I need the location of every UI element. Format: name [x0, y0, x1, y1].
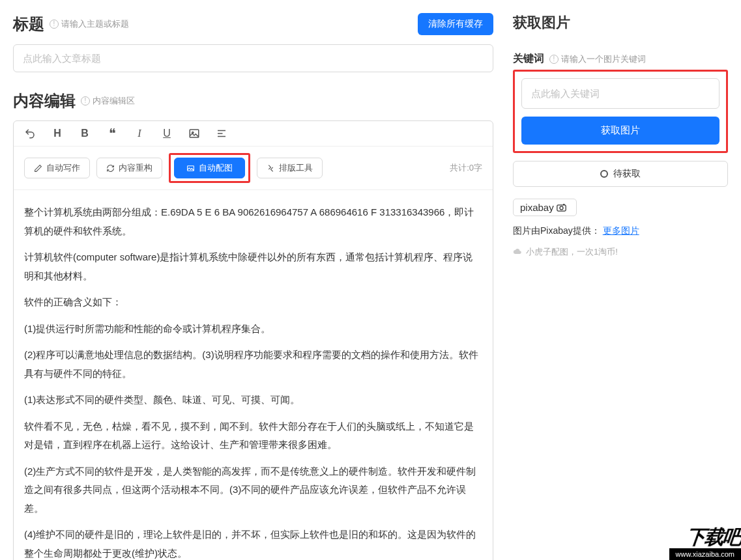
footer-note: 小虎子配图，一次1淘币! — [513, 246, 728, 258]
paragraph: (2)生产方式不同的软件是开发，是人类智能的高发挥，而不是传统意义上的硬件制造。… — [24, 462, 482, 518]
svg-rect-6 — [557, 204, 566, 210]
format-toolbar: H B ❝ I U — [14, 121, 493, 147]
align-left-icon[interactable] — [216, 128, 227, 139]
auto-image-highlight: 自动配图 — [169, 153, 250, 183]
sidebar-title: 获取图片 — [513, 13, 728, 33]
title-hint: ! 请输入主题或标题 — [50, 18, 129, 30]
heading-icon[interactable]: H — [51, 128, 63, 139]
auto-image-button[interactable]: 自动配图 — [174, 158, 245, 178]
info-icon: ! — [50, 20, 59, 29]
image-icon[interactable] — [188, 128, 200, 139]
keyword-label: 关键词 — [513, 52, 544, 66]
italic-icon[interactable]: I — [134, 128, 145, 139]
restructure-button[interactable]: 内容重构 — [96, 158, 162, 178]
paragraph: (2)程序可以满意地处理信息的数据结构。(3)说明程序功能要求和程序需要的文档的… — [24, 346, 482, 383]
bold-icon[interactable]: B — [79, 128, 91, 139]
keyword-highlight-box: 获取图片 — [513, 70, 728, 153]
auto-write-button[interactable]: 自动写作 — [24, 158, 90, 178]
quote-icon[interactable]: ❝ — [106, 128, 118, 139]
content-header: 内容编辑 ! 内容编辑区 — [13, 91, 493, 111]
undo-icon[interactable] — [24, 128, 36, 139]
content-section-label: 内容编辑 — [13, 91, 76, 111]
camera-icon — [557, 203, 570, 212]
paragraph: 软件看不见，无色，枯燥，看不见，摸不到，闻不到。软件大部分存在于人们的头脑或纸上… — [24, 417, 482, 455]
title-header: 标题 ! 请输入主题或标题 清除所有缓存 — [13, 13, 493, 35]
info-icon: ! — [81, 96, 90, 105]
paragraph: 整个计算机系统由两部分组成：E.69DA 5 E 6 BA 9062616964… — [24, 203, 482, 240]
svg-rect-8 — [563, 204, 565, 205]
clear-cache-button[interactable]: 清除所有缓存 — [418, 13, 493, 35]
paragraph: 软件的正确含义如下： — [24, 293, 482, 312]
layout-tool-button[interactable]: 排版工具 — [257, 158, 323, 178]
paragraph: (4)维护不同的硬件是旧的，理论上软件是旧的，并不坏，但实际上软件也是旧的和坏的… — [24, 525, 482, 560]
layout-icon — [267, 164, 275, 173]
provider-row: 图片由Pixabay提供： 更多图片 — [513, 225, 728, 237]
fetch-image-button[interactable]: 获取图片 — [521, 117, 719, 145]
title-section-label: 标题 — [13, 14, 44, 35]
article-title-input[interactable] — [13, 44, 493, 72]
paragraph: (1)提供运行时所需功能和性能的命令或计算机程序集合。 — [24, 320, 482, 339]
paragraph: 计算机软件(computer software)是指计算机系统中除硬件以外的所有… — [24, 248, 482, 285]
keyword-input[interactable] — [521, 78, 719, 109]
underline-icon[interactable]: U — [161, 128, 173, 139]
action-toolbar: 自动写作 内容重构 自动配图 排版工具 — [14, 147, 493, 190]
svg-point-7 — [560, 206, 563, 209]
pixabay-badge: pixabay — [513, 199, 577, 216]
char-count: 共计:0字 — [450, 162, 482, 174]
content-hint: ! 内容编辑区 — [81, 95, 135, 107]
picture-icon — [186, 164, 195, 173]
cloud-icon — [513, 247, 522, 257]
keyword-label-row: 关键词 ! 请输入一个图片关键词 — [513, 52, 728, 66]
editor-container: H B ❝ I U 自动写作 — [13, 120, 493, 560]
circle-icon — [600, 170, 608, 178]
sidebar: 获取图片 关键词 ! 请输入一个图片关键词 获取图片 待获取 pixabay 图… — [513, 13, 728, 560]
pencil-icon — [34, 164, 42, 173]
more-images-link[interactable]: 更多图片 — [603, 225, 639, 236]
info-icon: ! — [549, 55, 559, 64]
paragraph: (1)表达形式不同的硬件类型、颜色、味道、可见、可摸、可闻。 — [24, 391, 482, 410]
refresh-icon — [106, 164, 115, 173]
keyword-hint: ! 请输入一个图片关键词 — [549, 53, 646, 65]
editor-body[interactable]: 整个计算机系统由两部分组成：E.69DA 5 E 6 BA 9062616964… — [14, 190, 493, 560]
main-column: 标题 ! 请输入主题或标题 清除所有缓存 内容编辑 ! 内容编辑区 — [13, 13, 493, 560]
pending-button[interactable]: 待获取 — [513, 161, 728, 187]
